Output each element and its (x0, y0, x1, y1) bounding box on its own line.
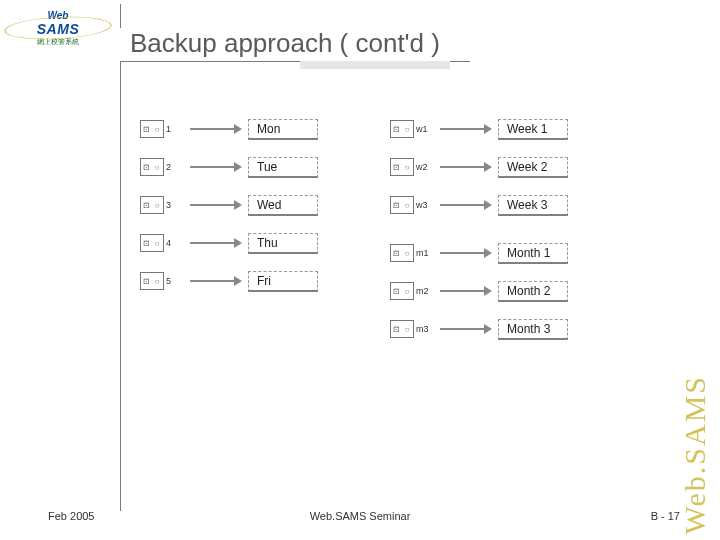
arrow-icon (440, 164, 492, 170)
tape-label: Mon (248, 119, 318, 140)
tape-icon (390, 158, 414, 176)
tape-icon (390, 282, 414, 300)
tape-sub: m1 (416, 248, 434, 258)
tape-label: Wed (248, 195, 318, 216)
tape-sub: 1 (166, 124, 184, 134)
tape-sub: w3 (416, 200, 434, 210)
footer-center: Web.SAMS Seminar (310, 510, 411, 522)
tape-sub: w2 (416, 162, 434, 172)
tape-sub: 2 (166, 162, 184, 172)
tape-label: Thu (248, 233, 318, 254)
arrow-icon (190, 240, 242, 246)
tape-icon (140, 120, 164, 138)
tape-label: Month 1 (498, 243, 568, 264)
footer-date: Feb 2005 (48, 510, 94, 522)
tape-icon (140, 272, 164, 290)
tape-icon (140, 234, 164, 252)
arrow-icon (440, 288, 492, 294)
tape-sub: 3 (166, 200, 184, 210)
tape-label: Week 2 (498, 157, 568, 178)
arrow-icon (440, 326, 492, 332)
arrow-icon (190, 278, 242, 284)
tape-sub: m3 (416, 324, 434, 334)
slide-title: Backup approach ( cont'd ) (110, 28, 720, 61)
tape-icon (140, 158, 164, 176)
tape-label: Week 1 (498, 119, 568, 140)
tape-icon (390, 196, 414, 214)
tape-label: Tue (248, 157, 318, 178)
tape-icon (140, 196, 164, 214)
tape-icon (390, 320, 414, 338)
tape-label: Week 3 (498, 195, 568, 216)
tape-sub: m2 (416, 286, 434, 296)
tape-sub: 4 (166, 238, 184, 248)
arrow-icon (190, 164, 242, 170)
tape-label: Month 3 (498, 319, 568, 340)
arrow-icon (440, 250, 492, 256)
arrow-icon (190, 126, 242, 132)
tape-icon (390, 120, 414, 138)
diagram: 1 Mon w1 Week 1 2 Tue w2 Week 2 3 (140, 110, 660, 338)
tape-icon (390, 244, 414, 262)
tape-sub: 5 (166, 276, 184, 286)
tape-label: Month 2 (498, 281, 568, 302)
arrow-icon (440, 126, 492, 132)
side-watermark: Web.SAMS (678, 375, 712, 534)
tape-label: Fri (248, 271, 318, 292)
websams-logo: Web SAMS 網上校管系統 (8, 8, 108, 48)
arrow-icon (190, 202, 242, 208)
footer: Feb 2005 Web.SAMS Seminar B - 17 (0, 510, 720, 522)
arrow-icon (440, 202, 492, 208)
tape-sub: w1 (416, 124, 434, 134)
footer-page: B - 17 (651, 510, 680, 522)
